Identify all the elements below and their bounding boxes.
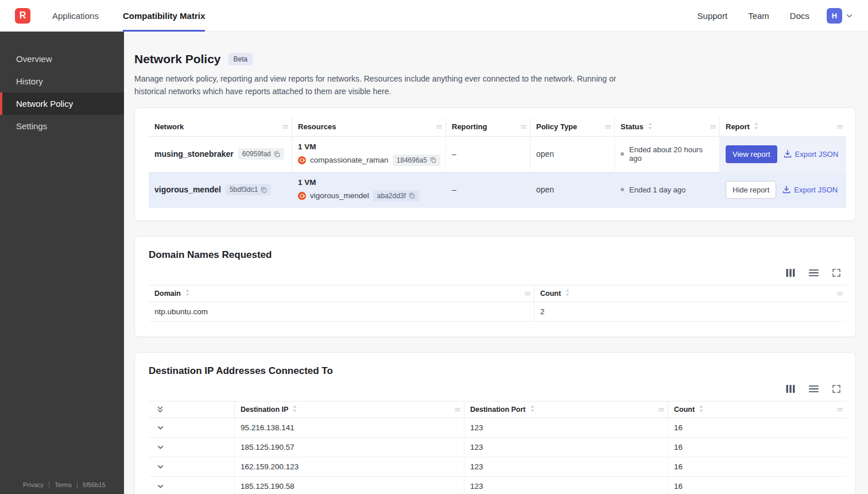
expand-all-icon[interactable] [157,406,164,414]
column-header-domain: Domain [149,285,534,302]
column-header-destination-ip: Destination IP [235,402,464,418]
ubuntu-icon [298,192,306,200]
column-label: Policy Type [536,122,577,131]
resource-name: compassionate_raman [310,156,389,164]
columns-toggle-icon[interactable] [786,269,795,277]
row-expand-chevron-icon[interactable] [157,483,164,490]
destinations-card-title: Destination IP Addresses Connected To [149,365,846,377]
column-header-resources: Resources [292,117,446,136]
column-resize-handle[interactable] [455,406,460,414]
page-description: Manage network policy, reporting and vie… [134,72,640,98]
column-header-policy-type: Policy Type [530,117,615,136]
copy-icon[interactable] [261,187,267,193]
primary-nav: Applications Compatibility Matrix [52,0,229,32]
beta-badge: Beta [228,53,253,65]
column-header-destination-port: Destination Port [464,402,668,418]
row-expand-chevron-icon[interactable] [157,463,164,470]
sort-icon[interactable] [565,290,570,298]
nav-tab-compatibility-matrix[interactable]: Compatibility Matrix [123,0,205,32]
column-label: Count [674,406,695,414]
column-label: Network [154,122,184,131]
sidebar-item-network-policy[interactable]: Network Policy [0,92,124,115]
destination-ip-cell: 185.125.190.58 [235,477,464,494]
resources-cell: 1 VM vigorous_mendel aba2dd3f [292,172,446,207]
count-cell: 16 [668,418,846,437]
status-dot-icon [621,152,624,156]
column-resize-handle[interactable] [710,122,716,131]
navbar-right: Support Team Docs H [677,8,853,24]
status-cell: Ended about 20 hours ago [615,137,720,172]
expander-cell [149,438,235,457]
copy-icon[interactable] [274,151,280,157]
resources-cell: 1 VM compassionate_raman 184696a5 [292,137,446,172]
network-id-badge: 60959fad [238,148,284,160]
destination-ip-cell: 95.216.138.141 [235,418,464,437]
nav-tab-applications[interactable]: Applications [52,0,99,32]
column-resize-handle[interactable] [837,406,843,414]
destination-port-cell: 123 [464,477,668,494]
column-resize-handle[interactable] [282,122,288,131]
row-density-icon[interactable] [809,269,819,276]
fullscreen-icon[interactable] [832,385,840,393]
row-density-icon[interactable] [809,385,819,392]
row-expand-chevron-icon[interactable] [157,443,164,451]
copy-icon[interactable] [409,192,415,199]
page-title: Network Policy [134,52,221,66]
sort-icon[interactable] [185,290,190,298]
export-json-link[interactable]: Export JSON [782,186,838,194]
nav-link-team[interactable]: Team [748,11,769,21]
network-cell: musing_stonebraker 60959fad [149,137,292,172]
column-header-count: Count [668,402,846,418]
sidebar-item-settings[interactable]: Settings [0,115,124,137]
footer-link-terms[interactable]: Terms [49,481,77,488]
sort-icon[interactable] [648,122,653,131]
column-label: Reporting [452,122,487,131]
resources-summary: 1 VM [298,178,316,187]
domains-table-header: Domain Count [149,285,846,302]
user-menu-chevron-icon[interactable] [846,12,853,20]
sidebar-item-history[interactable]: History [0,70,124,92]
column-resize-handle[interactable] [605,122,611,131]
column-resize-handle[interactable] [837,122,843,131]
export-json-link[interactable]: Export JSON [784,150,839,159]
sort-icon[interactable] [292,406,297,414]
destinations-card: Destination IP Addresses Connected To De… [134,352,856,494]
network-table-row: vigorous_mendel 5bdf3dc1 1 VM vigorous_m… [149,172,846,208]
sort-icon[interactable] [754,122,759,131]
sidebar-item-overview[interactable]: Overview [0,48,124,70]
fullscreen-icon[interactable] [832,269,840,277]
footer-link-privacy[interactable]: Privacy [23,481,49,488]
count-cell: 16 [668,457,846,476]
view-report-button[interactable]: View report [726,145,777,163]
destination-port-cell: 123 [464,418,668,437]
reporting-cell: – [446,137,530,172]
nav-link-support[interactable]: Support [698,11,728,21]
columns-toggle-icon[interactable] [786,385,795,393]
resource-item: vigorous_mendel aba2dd3f [298,190,419,202]
domains-card-title: Domain Names Requested [149,249,846,261]
domains-card: Domain Names Requested Domain Count [134,236,856,337]
count-cell: 2 [534,302,846,321]
column-label: Report [726,122,750,131]
column-header-reporting: Reporting [446,117,530,136]
sort-icon[interactable] [530,406,535,414]
column-resize-handle[interactable] [525,290,530,298]
app-root: R Applications Compatibility Matrix Supp… [0,0,868,494]
column-resize-handle[interactable] [521,122,526,131]
copy-icon[interactable] [430,157,436,163]
column-header-count: Count [534,285,846,302]
user-avatar[interactable]: H [827,8,842,24]
app-logo[interactable]: R [15,8,30,24]
column-resize-handle[interactable] [658,406,664,414]
row-expand-chevron-icon[interactable] [157,424,164,431]
status-text: Ended about 20 hours ago [629,145,712,163]
body-wrap: Overview History Network Policy Settings… [0,32,868,494]
network-cell: vigorous_mendel 5bdf3dc1 [149,172,292,207]
column-resize-handle[interactable] [436,122,442,131]
hide-report-button[interactable]: Hide report [726,181,776,199]
sort-icon[interactable] [699,406,704,414]
expander-cell [149,477,235,494]
destination-port-cell: 123 [464,438,668,457]
nav-link-docs[interactable]: Docs [790,11,809,21]
column-resize-handle[interactable] [837,290,843,298]
